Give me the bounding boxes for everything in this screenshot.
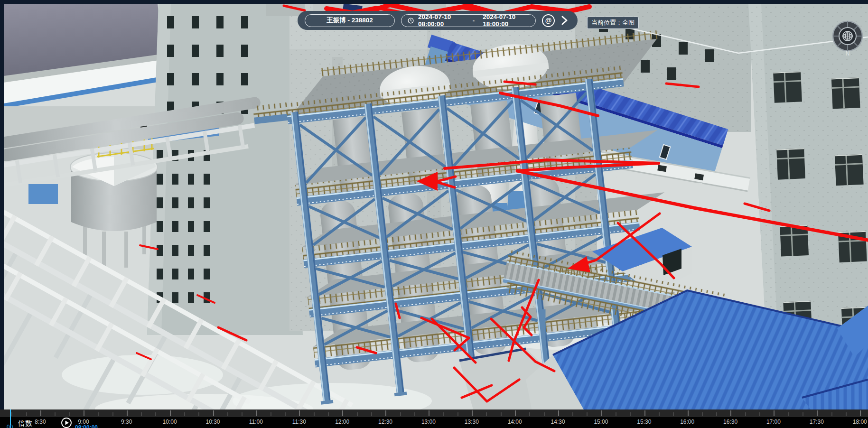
current-time: 08:00:00 <box>75 424 98 428</box>
timeline-tick <box>328 412 329 416</box>
timeline-tick <box>501 412 502 416</box>
timeline-tick <box>285 412 286 416</box>
timeline-tick <box>803 412 803 416</box>
timeline-tick <box>587 412 588 416</box>
timeline-label: 16:30 <box>723 419 737 425</box>
timeline-tick <box>572 412 573 416</box>
time-start: 2024-07-10 08:00:00 <box>418 13 465 28</box>
timeline-label: 12:30 <box>378 419 392 425</box>
timeline-tick <box>170 410 171 416</box>
timeline-tick <box>127 410 128 416</box>
timeline-tick <box>84 410 84 416</box>
timeline-tick <box>227 412 228 416</box>
person-selector[interactable]: 王振博 - 238802 <box>305 14 395 27</box>
building-left <box>147 4 303 335</box>
timeline-tick <box>112 412 113 416</box>
timeline-tick <box>11 412 12 416</box>
timeline-tick <box>314 412 315 416</box>
3d-viewport[interactable] <box>4 4 868 409</box>
play-button[interactable] <box>61 417 72 428</box>
timeline-label: 13:00 <box>421 419 436 425</box>
timeline-tick <box>831 412 832 416</box>
timeline-label: 13:30 <box>465 419 479 425</box>
timeline-tick <box>414 412 415 416</box>
timeline-tick <box>529 412 530 416</box>
timeline-label: 14:30 <box>551 419 565 425</box>
timeline-tick <box>69 412 70 416</box>
play-track-button[interactable] <box>561 15 570 26</box>
timeline-tick <box>730 410 731 416</box>
timeline-tick <box>198 412 199 416</box>
timeline-tick <box>846 412 847 416</box>
playback-controls: 00 倍数 08:00:00 <box>0 417 190 428</box>
locate-at-icon: @ <box>545 17 552 24</box>
current-location-label: 当前位置：全图 <box>591 19 635 26</box>
timeline-tick <box>184 412 185 416</box>
timeline-tick <box>558 410 559 416</box>
timeline-tick <box>644 410 645 416</box>
timeline-tick <box>371 412 372 416</box>
timeline-tick <box>26 412 27 416</box>
timeline-tick <box>616 412 616 416</box>
globe-icon <box>843 31 852 41</box>
timeline-tick <box>788 412 789 416</box>
timeline-tick <box>860 410 861 416</box>
timeline-ticks[interactable] <box>0 409 868 417</box>
timeline-tick <box>659 412 660 416</box>
timeline-label: 17:30 <box>810 419 824 425</box>
timeline-tick <box>601 410 602 416</box>
timeline-tick <box>40 410 41 416</box>
timeline-tick <box>429 410 429 416</box>
timeline-tick <box>515 410 516 416</box>
play-icon <box>61 417 72 428</box>
person-label: 王振博 - 238802 <box>327 16 373 25</box>
timeline-tick <box>98 412 99 416</box>
timeline-tick <box>55 412 56 416</box>
timeline-tick <box>486 412 487 416</box>
timeline-tick <box>242 412 243 416</box>
compass-gizmo[interactable]: N <box>831 19 865 59</box>
timeline-tick <box>385 410 386 416</box>
timeline-label: 15:30 <box>637 419 651 425</box>
timeline-label: 14:00 <box>508 419 522 425</box>
timeline-tick <box>673 412 674 416</box>
timeline-tick <box>141 412 142 416</box>
timeline-tick <box>443 412 444 416</box>
timeline-tick <box>271 412 271 416</box>
timeline-tick <box>155 412 156 416</box>
timeline-label: 17:00 <box>766 419 781 425</box>
timeline-tick <box>256 410 257 416</box>
timeline-tick <box>342 410 343 416</box>
current-location-chip: 当前位置：全图 <box>587 17 639 29</box>
timeline-tick <box>716 412 717 416</box>
time-end: 2024-07-10 18:00:00 <box>483 13 529 28</box>
timeline-tick <box>759 412 760 416</box>
timeline-tick <box>774 410 775 416</box>
timeline-tick <box>688 410 689 416</box>
speed-label: 倍数 <box>18 419 32 428</box>
timeline-tick <box>817 410 818 416</box>
locate-button[interactable]: @ <box>542 14 555 27</box>
timeline-label: 11:00 <box>249 419 263 425</box>
timeline-tick <box>213 410 214 416</box>
time-range-picker[interactable]: 2024-07-10 08:00:00 - 2024-07-10 18:00:0… <box>401 14 536 27</box>
timeline-label: 12:00 <box>335 419 349 425</box>
clock-icon <box>408 17 414 25</box>
timeline-tick <box>299 410 300 416</box>
speed-value: 00 <box>7 424 13 428</box>
app-root: { "ui": { "top_bar": { "person": "王振博 - … <box>0 0 868 428</box>
timeline-tick <box>457 412 458 416</box>
timeline-label: 15:00 <box>594 419 608 425</box>
timeline-tick <box>544 412 545 416</box>
timeline-label: 11:30 <box>292 419 306 425</box>
timeline-label: 10:30 <box>206 419 220 425</box>
timeline-tick <box>630 412 631 416</box>
timeline-label: 16:00 <box>680 419 694 425</box>
timeline-tick <box>702 412 703 416</box>
time-range-separator: - <box>469 17 479 24</box>
top-bar: 王振博 - 238802 2024-07-10 08:00:00 - 2024-… <box>298 11 578 30</box>
timeline-tick <box>357 412 358 416</box>
timeline-tick <box>472 410 473 416</box>
timeline-tick <box>745 412 746 416</box>
compass-north-label: N <box>846 50 850 57</box>
